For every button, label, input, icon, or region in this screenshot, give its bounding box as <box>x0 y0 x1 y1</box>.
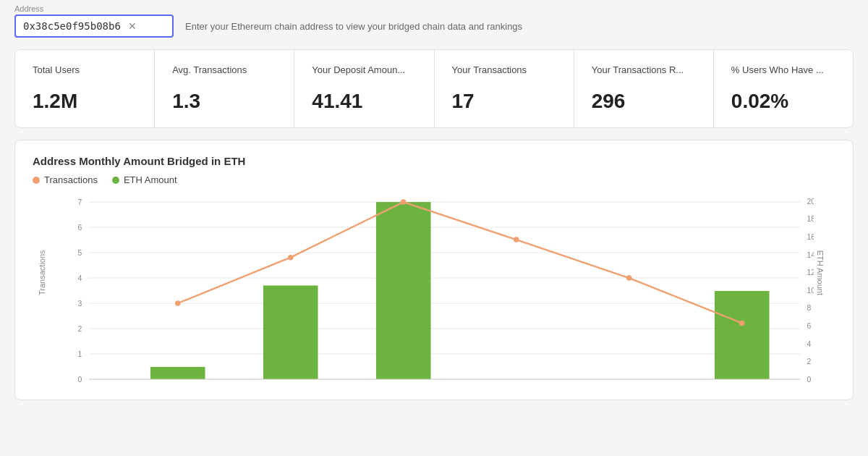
y-axis-right-label: ETH Amount <box>816 250 825 295</box>
address-hint: Enter your Ethereum chain address to vie… <box>185 21 522 32</box>
bar-oct-2022 <box>150 367 205 379</box>
chart-legend: Transactions ETH Amount <box>33 174 835 185</box>
stat-value-0: 1.2M <box>33 90 137 113</box>
stats-row: Total Users 1.2M Avg. Transactions 1.3 Y… <box>14 49 854 128</box>
svg-text:16: 16 <box>807 233 814 241</box>
address-section: Address 0x38c5e0f95b08b6 ✕ Enter your Et… <box>14 14 854 38</box>
address-value: 0x38c5e0f95b08b6 <box>23 20 121 32</box>
stat-card-3: Your Transactions 17 <box>435 50 574 127</box>
line-dot-dec <box>401 199 407 205</box>
line-dot-mar <box>739 321 745 326</box>
stat-label-0: Total Users <box>33 64 137 75</box>
stat-card-2: Your Deposit Amoun... 41.41 <box>294 50 434 127</box>
stat-card-1: Avg. Transactions 1.3 <box>155 50 294 127</box>
line-dot-nov <box>288 255 294 261</box>
chart-container: 0 1 2 3 4 5 6 7 0 2 4 6 8 10 12 14 <box>61 197 814 385</box>
bar-mar-2023 <box>715 291 770 379</box>
address-input-wrapper[interactable]: 0x38c5e0f95b08b6 ✕ <box>14 14 174 38</box>
chart-section: Address Monthly Amount Bridged in ETH Tr… <box>14 140 854 400</box>
transactions-line <box>178 202 742 323</box>
svg-text:2: 2 <box>807 358 812 366</box>
stat-value-5: 0.02% <box>731 90 835 113</box>
stat-card-0: Total Users 1.2M <box>15 50 155 127</box>
svg-text:2: 2 <box>78 325 82 333</box>
stat-card-4: Your Transactions R... 296 <box>574 50 714 127</box>
stat-label-4: Your Transactions R... <box>592 64 696 75</box>
stat-label-1: Avg. Transactions <box>172 64 276 75</box>
svg-text:1: 1 <box>78 350 82 358</box>
bar-nov-2022 <box>263 285 318 379</box>
bar-dec-2022 <box>376 202 431 379</box>
svg-text:0: 0 <box>78 376 82 384</box>
svg-text:12: 12 <box>807 269 814 276</box>
svg-text:3: 3 <box>78 300 82 308</box>
legend-dot-1 <box>112 177 119 184</box>
stat-card-5: % Users Who Have ... 0.02% <box>714 50 853 127</box>
svg-text:18: 18 <box>807 216 814 224</box>
svg-text:8: 8 <box>807 304 812 312</box>
line-dot-feb <box>626 275 632 281</box>
stat-label-5: % Users Who Have ... <box>731 64 835 75</box>
legend-label-1: ETH Amount <box>124 174 177 185</box>
page-wrapper: Address 0x38c5e0f95b08b6 ✕ Enter your Et… <box>0 0 868 456</box>
stat-label-3: Your Transactions <box>452 64 556 75</box>
address-label: Address <box>14 4 43 13</box>
clear-address-button[interactable]: ✕ <box>127 20 138 32</box>
svg-text:4: 4 <box>807 340 812 348</box>
chart-title: Address Monthly Amount Bridged in ETH <box>33 155 835 167</box>
chart-svg: 0 1 2 3 4 5 6 7 0 2 4 6 8 10 12 14 <box>61 197 814 385</box>
legend-dot-0 <box>33 177 40 184</box>
legend-item-0: Transactions <box>33 174 98 185</box>
svg-text:6: 6 <box>78 224 82 232</box>
line-dot-oct <box>175 300 181 306</box>
stat-value-3: 17 <box>452 90 556 113</box>
svg-text:10: 10 <box>807 287 814 295</box>
svg-text:4: 4 <box>78 274 82 282</box>
stat-value-2: 41.41 <box>312 90 416 113</box>
legend-label-0: Transactions <box>44 174 98 185</box>
svg-text:7: 7 <box>78 198 82 206</box>
y-axis-left-label: Transactions <box>38 250 46 295</box>
stat-value-1: 1.3 <box>172 90 276 113</box>
svg-text:20: 20 <box>807 198 814 206</box>
stat-label-2: Your Deposit Amoun... <box>312 64 416 75</box>
svg-text:14: 14 <box>807 251 814 259</box>
line-dot-jan <box>514 237 519 242</box>
svg-text:6: 6 <box>807 322 812 330</box>
svg-text:5: 5 <box>78 249 82 257</box>
legend-item-1: ETH Amount <box>112 174 177 185</box>
stat-value-4: 296 <box>592 90 696 113</box>
svg-text:0: 0 <box>807 376 812 384</box>
